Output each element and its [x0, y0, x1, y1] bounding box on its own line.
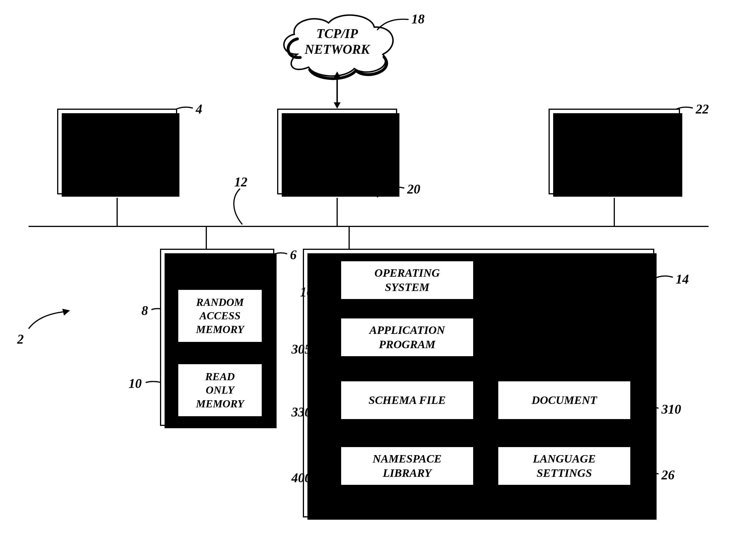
- ref-figure: 2: [17, 332, 24, 347]
- conn-cpu-bus: [117, 198, 118, 226]
- rom-box: READ ONLY MEMORY: [177, 363, 263, 417]
- svg-marker-3: [62, 309, 70, 316]
- ns-box: NAMESPACE LIBRARY: [340, 446, 474, 486]
- arrow-cloud-niu: [332, 71, 343, 109]
- ref-os: 16: [300, 284, 313, 300]
- conn-io-bus: [614, 198, 615, 226]
- app-box: APPLICATION PROGRAM: [340, 317, 474, 357]
- diagram-canvas: TCP/IP NETWORK 18 CENTRAL PROCESSING UNI…: [0, 0, 736, 560]
- lead-figure: [26, 309, 71, 332]
- ref-schema: 330: [292, 404, 311, 420]
- lang-box: LANGUAGE SETTINGS: [497, 446, 631, 486]
- conn-bus-storage: [349, 227, 350, 249]
- conn-niu-bus: [337, 198, 338, 226]
- ref-sysmem: 6: [290, 247, 297, 262]
- ref-bus: 12: [234, 174, 248, 190]
- ref-niu: 20: [407, 182, 420, 197]
- niu-box: NETWORK INTERFACE UNIT: [277, 109, 397, 194]
- ref-ram: 8: [141, 303, 148, 318]
- io-box: INPUT/OUTPUT CONTROLLER: [548, 109, 680, 194]
- conn-bus-sysmem: [206, 227, 207, 249]
- lead-bus: [229, 189, 252, 226]
- doc-box: DOCUMENT: [497, 380, 631, 420]
- ram-box: RANDOM ACCESS MEMORY: [177, 289, 263, 343]
- svg-marker-1: [334, 71, 341, 78]
- svg-marker-2: [334, 102, 341, 109]
- schema-box: SCHEMA FILE: [340, 380, 474, 420]
- bus-line: [29, 226, 709, 227]
- os-box: OPERATING SYSTEM: [340, 260, 474, 300]
- ref-rom: 10: [129, 376, 142, 391]
- ref-storage: 14: [676, 272, 689, 287]
- ref-lang: 26: [661, 467, 675, 483]
- cloud-label: TCP/IP NETWORK: [294, 26, 380, 57]
- ref-app: 305: [292, 342, 311, 357]
- ref-io: 22: [696, 101, 709, 117]
- ref-doc: 310: [661, 402, 681, 417]
- lead-cloud: [377, 17, 411, 34]
- cpu-box: CENTRAL PROCESSING UNIT: [57, 109, 177, 194]
- ref-ns: 400: [292, 470, 311, 485]
- ref-cloud: 18: [411, 11, 424, 27]
- ref-cpu: 4: [196, 101, 202, 117]
